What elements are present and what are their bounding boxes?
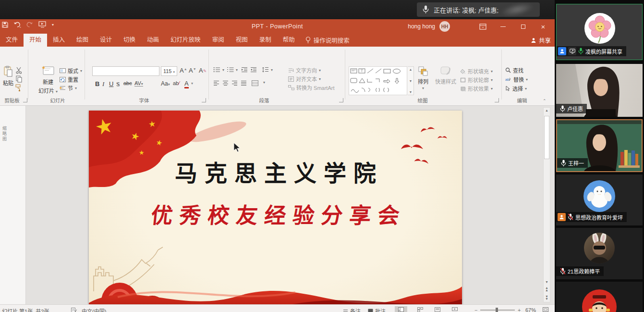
- slideshow-view-button[interactable]: [449, 306, 461, 312]
- slide-thumbnail-pane-collapsed[interactable]: 缩略图: [0, 106, 26, 304]
- tab-record[interactable]: 录制: [254, 34, 277, 47]
- account-avatar[interactable]: HH: [439, 21, 450, 32]
- font-size-input[interactable]: 115 ▾: [161, 66, 177, 76]
- slide-canvas[interactable]: ★ ★ ★ ★ ★ 马克思主义学院 优秀校友经验分: [89, 111, 462, 304]
- tab-review[interactable]: 审阅: [207, 34, 230, 47]
- shape-fill-button[interactable]: 形状填充▾: [460, 67, 493, 75]
- zoom-slider-knob[interactable]: [496, 308, 498, 312]
- zoom-in-button[interactable]: +: [518, 307, 521, 312]
- align-left-button[interactable]: [213, 80, 219, 86]
- new-slide-button[interactable]: 新建 幻灯片 ▾: [37, 66, 59, 94]
- replace-button[interactable]: ab替换▾: [505, 75, 528, 83]
- bullets-button[interactable]: ▾: [213, 67, 224, 73]
- font-name-input[interactable]: [92, 66, 159, 76]
- tab-home[interactable]: 开始: [24, 34, 47, 47]
- slide-title-text[interactable]: 马克思主义学院: [89, 155, 462, 188]
- decrease-indent-button[interactable]: [241, 67, 248, 73]
- scroll-up-icon[interactable]: ▲: [544, 109, 550, 112]
- format-painter-icon[interactable]: [15, 84, 23, 91]
- add-remove-columns-button[interactable]: ▾: [263, 80, 265, 85]
- tab-file[interactable]: 文件: [0, 34, 24, 47]
- participant-tile-lujiahui[interactable]: 卢佳惠: [556, 64, 643, 117]
- proofing-icon[interactable]: [71, 308, 77, 312]
- columns-button[interactable]: [252, 80, 258, 86]
- select-button[interactable]: 选择▾: [505, 85, 527, 92]
- paragraph-dialog-launcher[interactable]: [339, 98, 343, 102]
- share-button[interactable]: 共享: [531, 34, 551, 47]
- change-case-button[interactable]: Aa▾: [161, 80, 170, 87]
- language-status[interactable]: 中文(中国): [82, 307, 106, 312]
- italic-button[interactable]: I: [102, 80, 104, 88]
- font-color-dropdown[interactable]: ▾: [191, 81, 193, 86]
- tell-me-search[interactable]: 操作说明搜索: [301, 34, 354, 47]
- close-button[interactable]: ×: [534, 19, 553, 34]
- scrollbar-thumb[interactable]: [544, 116, 549, 159]
- strikethrough-button[interactable]: abc: [123, 80, 132, 86]
- tab-view[interactable]: 视图: [230, 34, 254, 47]
- tab-design[interactable]: 设计: [94, 34, 118, 47]
- increase-indent-button[interactable]: [250, 67, 257, 73]
- quick-styles-button[interactable]: 快速样式: [433, 66, 458, 85]
- next-slide-button[interactable]: ▼▼: [544, 295, 550, 300]
- tab-insert[interactable]: 插入: [47, 34, 71, 47]
- participant-tile-yeaiping[interactable]: 思想政治教育叶爱坪: [556, 175, 643, 225]
- participant-tile-bottom[interactable]: [556, 282, 643, 312]
- paste-button[interactable]: 粘贴: [3, 66, 13, 87]
- section-button[interactable]: 节▾: [60, 84, 77, 92]
- align-right-button[interactable]: [231, 80, 238, 86]
- cut-icon[interactable]: [15, 67, 23, 74]
- reading-view-button[interactable]: [431, 306, 444, 312]
- account-area[interactable]: hong hong HH: [408, 19, 450, 34]
- align-center-button[interactable]: [222, 80, 229, 86]
- line-spacing-button[interactable]: ▾: [262, 67, 273, 73]
- justify-button[interactable]: [241, 80, 247, 86]
- comments-button[interactable]: 批注: [368, 307, 386, 312]
- previous-slide-button[interactable]: ▲▲: [544, 287, 550, 291]
- bold-button[interactable]: B: [95, 80, 99, 87]
- font-color-button[interactable]: A: [184, 80, 189, 88]
- notes-button[interactable]: 备注: [343, 307, 361, 312]
- copy-icon[interactable]: [16, 75, 22, 83]
- collapse-ribbon-icon[interactable]: ⌃: [543, 99, 547, 103]
- zoom-level[interactable]: 67%: [525, 307, 536, 312]
- ribbon-display-options-button[interactable]: [473, 19, 492, 34]
- zoom-out-button[interactable]: −: [474, 307, 477, 312]
- vertical-scrollbar[interactable]: ▲ ▼ ▲▲ ▼▼: [543, 107, 550, 302]
- fit-slide-icon[interactable]: [543, 307, 548, 312]
- text-shadow-button[interactable]: S: [116, 80, 120, 88]
- restore-button[interactable]: [513, 19, 533, 34]
- slide-number-status[interactable]: 幻灯片 第1张, 共2张: [2, 307, 49, 312]
- align-text-button[interactable]: 对齐文本▾: [288, 75, 321, 83]
- scroll-down-icon[interactable]: ▼: [544, 280, 550, 284]
- shape-gallery[interactable]: [349, 66, 407, 95]
- convert-smartart-button[interactable]: 转换为 SmartArt: [288, 84, 334, 91]
- shape-gallery-scroll[interactable]: ▲▼▼: [408, 66, 414, 95]
- participant-tile-wangziyi[interactable]: 王梓一: [556, 119, 643, 172]
- phonetic-guide-button[interactable]: ab⁄: [173, 80, 180, 86]
- numbering-button[interactable]: ▾: [227, 67, 238, 73]
- layout-button[interactable]: 版式▾: [60, 67, 82, 75]
- shrink-font-button[interactable]: A▼: [189, 67, 196, 74]
- normal-view-button[interactable]: [395, 306, 407, 312]
- grow-font-button[interactable]: A▲: [180, 67, 187, 74]
- slide-sorter-view-button[interactable]: [414, 306, 426, 312]
- drawing-dialog-launcher[interactable]: [495, 98, 499, 102]
- slide-subtitle-text[interactable]: 优秀校友经验分享会: [89, 198, 462, 229]
- clear-formatting-button[interactable]: A✎: [199, 67, 207, 74]
- tab-help[interactable]: 帮助: [277, 34, 301, 47]
- participant-tile-lingfeng-share[interactable]: 凌枫的屏幕共享: [556, 4, 643, 60]
- arrange-button[interactable]: 排列▾: [415, 66, 431, 90]
- clipboard-dialog-launcher[interactable]: [23, 98, 27, 102]
- text-direction-button[interactable]: 文字方向▾: [288, 66, 321, 74]
- shape-effects-button[interactable]: 形状效果▾: [460, 85, 493, 92]
- character-spacing-button[interactable]: AV▾: [134, 80, 143, 87]
- tab-draw[interactable]: 绘图: [71, 34, 94, 47]
- shape-outline-button[interactable]: 形状轮廓▾: [460, 76, 493, 84]
- minimize-button[interactable]: [493, 19, 512, 34]
- tab-slideshow[interactable]: 幻灯片放映: [165, 34, 207, 47]
- font-dialog-launcher[interactable]: [202, 98, 206, 102]
- reset-button[interactable]: 重置: [60, 75, 78, 83]
- tab-transitions[interactable]: 切换: [118, 34, 141, 47]
- underline-button[interactable]: U: [109, 80, 113, 87]
- find-button[interactable]: 查找: [505, 66, 523, 74]
